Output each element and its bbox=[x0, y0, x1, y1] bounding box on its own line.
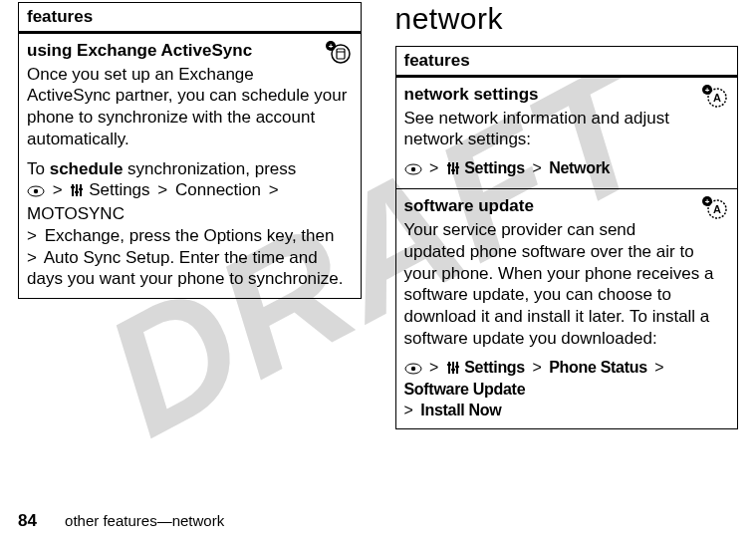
nav-motosync: MOTOSYNC bbox=[27, 204, 125, 223]
chevron: > bbox=[50, 180, 66, 199]
chevron: > bbox=[27, 248, 40, 267]
page-number: 84 bbox=[18, 511, 37, 530]
chevron: > bbox=[154, 180, 170, 199]
svg-point-2 bbox=[332, 45, 350, 63]
row-body: Once you set up an Exchange ActiveSync p… bbox=[27, 64, 353, 150]
page-columns: features + using Exchange ActiveSync Onc… bbox=[0, 0, 756, 429]
chevron: > bbox=[529, 159, 544, 176]
table-header-right: features bbox=[395, 47, 738, 77]
nav-autosync: Auto Sync Setup bbox=[44, 248, 170, 267]
svg-rect-35 bbox=[451, 369, 455, 371]
text: synchronization, press bbox=[123, 159, 296, 178]
nav-options: Options bbox=[203, 226, 262, 245]
page-footer: 84 other features—network bbox=[18, 511, 224, 531]
nav-network: Network bbox=[549, 159, 610, 176]
row-title: network settings bbox=[404, 84, 730, 106]
svg-rect-10 bbox=[71, 186, 75, 188]
svg-rect-36 bbox=[455, 366, 459, 368]
text: key, then bbox=[262, 226, 334, 245]
svg-text:A: A bbox=[713, 203, 721, 215]
row-body: Your service provider can send updated p… bbox=[404, 219, 730, 350]
nav-install-now: Install Now bbox=[420, 402, 501, 418]
svg-rect-20 bbox=[452, 162, 454, 174]
svg-text:A: A bbox=[713, 92, 721, 104]
row-title: software update bbox=[404, 195, 730, 217]
nav-settings: Settings bbox=[464, 159, 525, 176]
svg-rect-7 bbox=[72, 184, 74, 196]
table-header-left: features bbox=[19, 3, 362, 33]
section-heading-network: network bbox=[395, 2, 739, 36]
settings-icon bbox=[446, 359, 460, 376]
svg-rect-3 bbox=[337, 49, 345, 59]
row-nav: > Settings > Phone Status > Software Upd… bbox=[404, 358, 730, 420]
settings-icon bbox=[446, 159, 460, 176]
nav-settings: Settings bbox=[464, 359, 525, 376]
svg-rect-11 bbox=[75, 191, 79, 193]
table-row: + A network settings See network informa… bbox=[395, 76, 738, 189]
svg-rect-34 bbox=[447, 364, 451, 366]
network-badge-icon: + A bbox=[699, 84, 729, 114]
nav-software-update: Software Update bbox=[404, 381, 526, 398]
center-key-icon bbox=[404, 360, 422, 380]
center-key-icon bbox=[27, 181, 45, 203]
chevron: > bbox=[404, 402, 416, 418]
features-table-left: features + using Exchange ActiveSync Onc… bbox=[18, 2, 362, 299]
chevron: > bbox=[529, 359, 544, 376]
svg-rect-23 bbox=[451, 169, 455, 171]
text: To bbox=[27, 159, 50, 178]
chevron: > bbox=[651, 359, 666, 376]
table-row: + using Exchange ActiveSync Once you set… bbox=[19, 32, 362, 298]
row-body-nav: To schedule synchronization, press > Set… bbox=[27, 158, 353, 291]
nav-phone-status: Phone Status bbox=[549, 359, 647, 376]
row-title: using Exchange ActiveSync bbox=[27, 40, 353, 62]
sync-badge-icon: + bbox=[323, 40, 353, 70]
row-nav: > Settings > Network bbox=[404, 158, 730, 180]
footer-text: other features—network bbox=[65, 512, 224, 529]
text: , press the bbox=[120, 226, 203, 245]
bold-text: schedule bbox=[50, 159, 124, 178]
svg-rect-8 bbox=[76, 184, 78, 196]
nav-settings: Settings bbox=[89, 180, 149, 199]
network-badge-icon: + A bbox=[699, 195, 729, 225]
svg-point-6 bbox=[34, 189, 38, 193]
svg-rect-31 bbox=[448, 362, 450, 374]
chevron: > bbox=[27, 226, 40, 245]
nav-connection: Connection bbox=[175, 180, 261, 199]
right-column: network features + A network settings Se… bbox=[395, 2, 739, 429]
left-column: features + using Exchange ActiveSync Onc… bbox=[18, 2, 362, 429]
svg-rect-32 bbox=[452, 362, 454, 374]
table-row: + A software update Your service provide… bbox=[395, 189, 738, 429]
svg-point-18 bbox=[410, 167, 414, 171]
svg-rect-19 bbox=[448, 162, 450, 174]
svg-point-30 bbox=[410, 367, 414, 371]
chevron: > bbox=[426, 159, 441, 176]
chevron: > bbox=[426, 359, 441, 376]
svg-rect-24 bbox=[455, 166, 459, 168]
svg-rect-12 bbox=[79, 188, 83, 190]
features-table-right: features + A network settings See networ… bbox=[395, 46, 739, 429]
svg-rect-22 bbox=[447, 164, 451, 166]
center-key-icon bbox=[404, 160, 422, 180]
nav-exchange: Exchange bbox=[45, 226, 121, 245]
settings-icon bbox=[70, 180, 84, 199]
row-body: See network information and adjust netwo… bbox=[404, 108, 730, 151]
chevron: > bbox=[266, 180, 282, 199]
